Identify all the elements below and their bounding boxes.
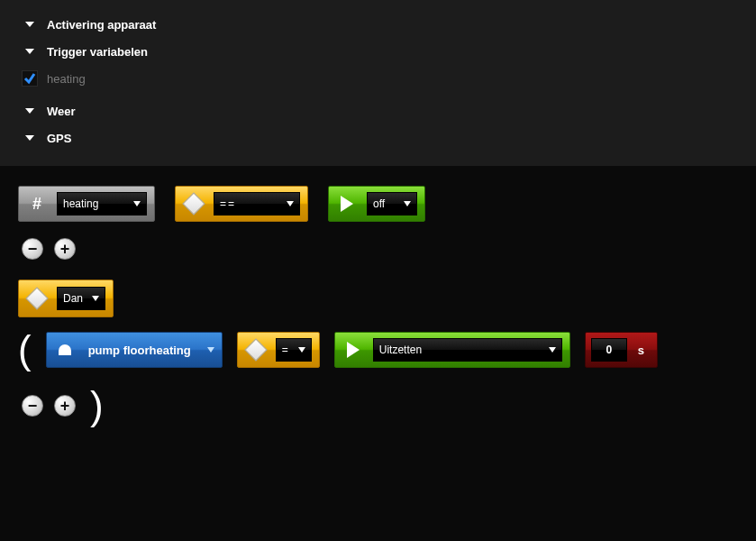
trigger-variable-row[interactable]: heating <box>0 65 756 92</box>
accordion-item-weer[interactable]: Weer <box>0 97 756 124</box>
chevron-down-icon <box>25 20 34 29</box>
device-label: pump floorheating <box>85 344 195 357</box>
rule-editor: # heating == off − + <box>0 186 756 426</box>
svg-marker-3 <box>25 135 34 141</box>
command-block[interactable]: Uitzetten <box>334 332 570 368</box>
dropdown-arrow-icon <box>133 201 141 206</box>
diamond-icon <box>24 286 50 311</box>
open-paren: ( <box>18 330 32 370</box>
add-button[interactable]: + <box>54 238 76 260</box>
dropdown-arrow-icon <box>404 201 411 206</box>
checkbox-checked-icon[interactable] <box>22 70 38 87</box>
value-select[interactable]: off <box>367 192 417 215</box>
command-select[interactable]: Uitzetten <box>373 338 562 362</box>
trigger-accordion: Activering apparaat Trigger variabelen h… <box>0 0 756 166</box>
accordion-label: GPS <box>47 132 71 145</box>
play-icon <box>341 337 366 362</box>
accordion-item-trigger-variabelen[interactable]: Trigger variabelen <box>0 38 756 65</box>
diamond-icon <box>181 191 206 216</box>
chevron-down-icon <box>207 347 214 353</box>
add-button[interactable]: + <box>54 395 76 417</box>
dropdown-arrow-icon <box>92 296 99 301</box>
action-row: ( pump floorheating = Uitzetten 0 s <box>18 330 738 370</box>
chevron-down-icon <box>25 47 34 56</box>
then-label: Dan <box>63 292 83 305</box>
dropdown-arrow-icon <box>298 347 305 353</box>
device-block[interactable]: pump floorheating <box>46 332 223 368</box>
remove-button[interactable]: − <box>22 395 43 417</box>
close-paren: ) <box>90 386 104 426</box>
dropdown-arrow-icon <box>549 347 556 353</box>
accordion-item-gps[interactable]: GPS <box>0 124 756 151</box>
delay-unit: s <box>638 344 650 357</box>
remove-button[interactable]: − <box>22 238 43 260</box>
accordion-label: Activering apparaat <box>47 18 156 32</box>
operator-block[interactable]: == <box>175 186 308 222</box>
assign-label: = <box>282 344 288 356</box>
value-select-label: off <box>373 197 385 210</box>
assign-select[interactable]: = <box>276 338 312 362</box>
action-add-remove: − + ) <box>22 386 738 426</box>
dropdown-arrow-icon <box>287 201 294 206</box>
command-label: Uitzetten <box>379 344 422 356</box>
svg-marker-2 <box>25 108 34 114</box>
then-row: Dan <box>18 280 738 317</box>
accordion-label: Trigger variabelen <box>47 45 148 59</box>
svg-marker-1 <box>25 49 34 54</box>
play-icon <box>334 191 360 216</box>
variable-select-label: heating <box>63 197 98 210</box>
condition-add-remove: − + <box>22 238 738 260</box>
svg-marker-0 <box>25 22 34 27</box>
chevron-down-icon <box>25 106 34 115</box>
value-block[interactable]: off <box>328 186 425 222</box>
variable-block[interactable]: # heating <box>18 186 155 222</box>
variable-select[interactable]: heating <box>57 192 147 215</box>
hash-icon: # <box>24 191 50 216</box>
assign-block[interactable]: = <box>237 332 320 368</box>
delay-block[interactable]: 0 s <box>585 332 658 368</box>
diamond-icon <box>243 337 269 362</box>
then-select[interactable]: Dan <box>57 287 105 310</box>
delay-value: 0 <box>606 344 612 356</box>
device-icon <box>52 337 77 362</box>
condition-row: # heating == off <box>18 186 738 222</box>
accordion-item-activering[interactable]: Activering apparaat <box>0 11 756 38</box>
chevron-down-icon <box>25 133 34 142</box>
delay-input[interactable]: 0 <box>591 338 627 362</box>
then-block[interactable]: Dan <box>18 280 114 317</box>
operator-select-label: == <box>220 197 236 210</box>
operator-select[interactable]: == <box>214 192 300 215</box>
accordion-label: Weer <box>47 105 76 118</box>
trigger-variable-label: heating <box>47 72 86 86</box>
